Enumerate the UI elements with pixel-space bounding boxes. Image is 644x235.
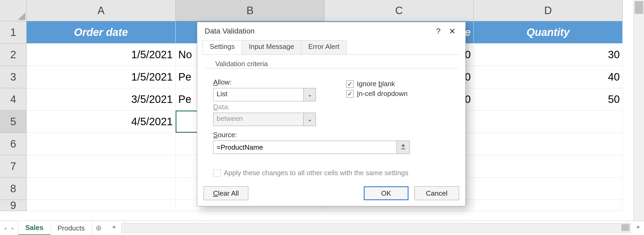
dialog-title: Data Validation xyxy=(205,27,432,35)
cell-D3[interactable]: 40 xyxy=(474,66,623,88)
vertical-scrollbar-thumb[interactable] xyxy=(635,1,643,14)
source-input[interactable] xyxy=(213,141,397,154)
cell-A2[interactable]: 1/5/2021 xyxy=(27,44,176,66)
col-header-B[interactable]: B xyxy=(176,0,325,21)
dialog-buttons: Clear All OK Cancel xyxy=(197,182,465,206)
horizontal-scrollbar-thumb[interactable] xyxy=(621,224,629,231)
row-headers: 1 2 3 4 5 6 7 8 9 xyxy=(0,21,27,211)
allow-dropdown-button[interactable]: ⌄ xyxy=(303,88,316,101)
cell-A9[interactable] xyxy=(27,200,176,211)
col-header-D[interactable]: D xyxy=(474,0,623,21)
new-sheet-button[interactable]: ⊕ xyxy=(92,224,105,232)
allow-dropdown[interactable]: List ⌄ xyxy=(213,88,316,101)
select-all-corner[interactable] xyxy=(0,0,27,21)
sheet-tab-sales[interactable]: Sales xyxy=(18,221,51,235)
chevron-down-icon: ⌄ xyxy=(307,116,312,123)
apply-changes-checkbox: Apply these changes to all other cells w… xyxy=(205,161,457,180)
row-header-6[interactable]: 6 xyxy=(0,133,27,155)
checkbox-checked-icon: ✓ xyxy=(346,90,354,98)
sheet-nav-next-icon[interactable]: ▸ xyxy=(11,224,15,232)
sheet-tab-nav: ◂ ▸ xyxy=(0,221,18,235)
source-label: Source: xyxy=(213,131,455,139)
checkbox-checked-icon: ✓ xyxy=(346,80,354,88)
collapse-dialog-icon xyxy=(400,143,406,152)
sheet-tabs: Sales Products ⊕ xyxy=(18,221,105,235)
row-header-1[interactable]: 1 xyxy=(0,21,27,44)
range-picker-button[interactable] xyxy=(397,141,410,154)
tab-error-alert[interactable]: Error Alert xyxy=(301,40,347,54)
vertical-scrollbar[interactable] xyxy=(633,0,644,221)
row-header-7[interactable]: 7 xyxy=(0,155,27,178)
cell-D7[interactable] xyxy=(474,155,623,178)
tab-settings[interactable]: Settings xyxy=(203,40,242,54)
data-validation-dialog: Data Validation ? ✕ Settings Input Messa… xyxy=(197,22,466,206)
data-dropdown: between ⌄ xyxy=(213,113,316,126)
dialog-help-button[interactable]: ? xyxy=(432,27,444,36)
cell-D8[interactable] xyxy=(474,178,623,200)
dialog-titlebar[interactable]: Data Validation ? ✕ xyxy=(197,22,465,40)
cell-A4[interactable]: 3/5/2021 xyxy=(27,88,176,111)
validation-criteria-fieldset: Validation criteria Allow: List ⌄ Data: … xyxy=(205,68,457,161)
cancel-button[interactable]: Cancel xyxy=(414,186,459,200)
cell-A5[interactable]: 4/5/2021 xyxy=(27,111,176,133)
horizontal-scrollbar[interactable] xyxy=(121,223,631,233)
col-header-A[interactable]: A xyxy=(27,0,176,21)
sheet-tab-products[interactable]: Products xyxy=(51,221,92,235)
dialog-body: Validation criteria Allow: List ⌄ Data: … xyxy=(203,54,460,182)
col-header-C[interactable]: C xyxy=(325,0,474,21)
row-header-3[interactable]: 3 xyxy=(0,66,27,88)
cell-D9[interactable] xyxy=(474,200,623,211)
column-headers: A B C D xyxy=(27,0,623,21)
sheet-nav-prev-icon[interactable]: ◂ xyxy=(3,224,7,232)
in-cell-dropdown-label: In-cell dropdown xyxy=(357,90,408,98)
ignore-blank-label: Ignore blank xyxy=(357,80,395,88)
cell-A6[interactable] xyxy=(27,133,176,155)
cell-D6[interactable] xyxy=(474,133,623,155)
cell-A8[interactable] xyxy=(27,178,176,200)
cell-A7[interactable] xyxy=(27,155,176,178)
checkbox-unchecked-icon xyxy=(213,169,221,177)
allow-label: Allow: xyxy=(213,78,455,86)
row-header-8[interactable]: 8 xyxy=(0,178,27,200)
cell-A1[interactable]: Order date xyxy=(27,21,176,44)
row-header-9[interactable]: 9 xyxy=(0,200,27,211)
cell-D5[interactable] xyxy=(474,111,623,133)
dialog-tabs: Settings Input Message Error Alert xyxy=(197,40,465,54)
cell-D2[interactable]: 30 xyxy=(474,44,623,66)
apply-changes-label: Apply these changes to all other cells w… xyxy=(224,169,408,177)
ok-button[interactable]: OK xyxy=(364,186,408,200)
validation-criteria-label: Validation criteria xyxy=(213,60,270,68)
cell-D4[interactable]: 50 xyxy=(474,88,623,111)
clear-all-button[interactable]: Clear All xyxy=(204,186,248,200)
tab-input-message[interactable]: Input Message xyxy=(242,40,302,54)
cell-D1[interactable]: Quantity xyxy=(474,21,623,44)
plus-circle-icon: ⊕ xyxy=(96,224,102,232)
sheet-tab-bar: ◂ ▸ Sales Products ⊕ ⋮ xyxy=(0,221,644,235)
dialog-close-button[interactable]: ✕ xyxy=(444,27,460,36)
close-icon: ✕ xyxy=(449,27,456,36)
data-value: between xyxy=(213,113,303,126)
data-dropdown-button: ⌄ xyxy=(303,113,316,126)
data-label: Data: xyxy=(213,103,455,111)
ignore-blank-checkbox[interactable]: ✓ Ignore blank xyxy=(346,80,408,88)
row-header-2[interactable]: 2 xyxy=(0,44,27,66)
cell-A3[interactable]: 1/5/2021 xyxy=(27,66,176,88)
allow-value: List xyxy=(213,88,303,101)
row-header-5[interactable]: 5 xyxy=(0,111,27,133)
row-header-4[interactable]: 4 xyxy=(0,88,27,111)
chevron-down-icon: ⌄ xyxy=(307,91,312,98)
in-cell-dropdown-checkbox[interactable]: ✓ In-cell dropdown xyxy=(346,90,408,98)
